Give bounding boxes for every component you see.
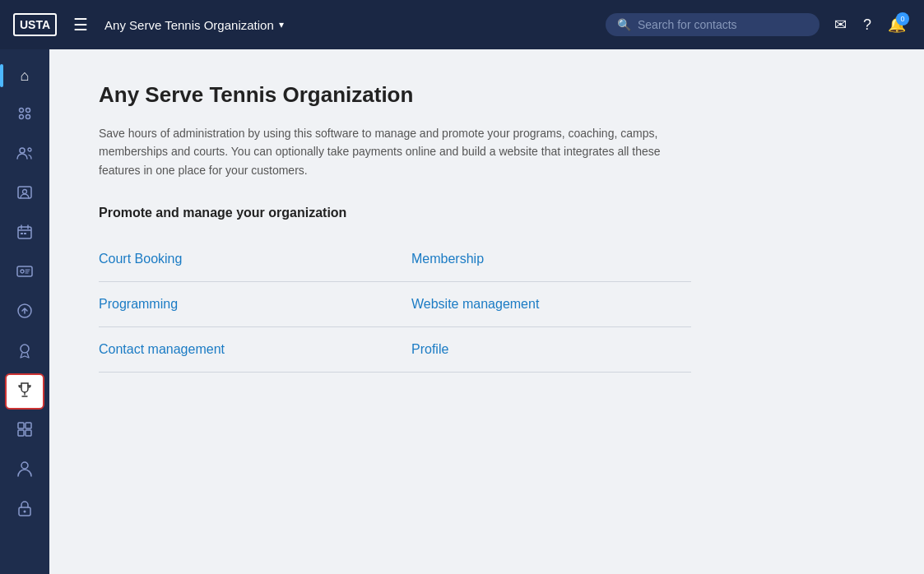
programs-icon <box>16 105 33 126</box>
upload-icon <box>16 303 33 323</box>
main-content: Any Serve Tennis Organization Save hours… <box>49 49 924 574</box>
svg-point-6 <box>23 189 27 193</box>
calendar-icon <box>16 224 33 244</box>
user-icon <box>16 460 33 482</box>
sidebar-item-home[interactable]: ⌂ <box>5 58 44 94</box>
court-booking-link[interactable]: Court Booking <box>99 252 182 266</box>
website-management-link[interactable]: Website management <box>411 297 539 311</box>
svg-rect-16 <box>18 430 24 436</box>
help-button[interactable]: ? <box>858 12 876 39</box>
mail-icon: ✉ <box>834 16 847 33</box>
svg-rect-5 <box>18 187 31 198</box>
svg-point-20 <box>24 510 26 512</box>
sidebar-item-lock[interactable] <box>5 492 44 528</box>
mail-button[interactable]: ✉ <box>829 11 852 39</box>
svg-rect-15 <box>26 423 31 428</box>
links-grid: Court Booking Membership Programming Web… <box>99 237 691 373</box>
contact-management-link[interactable]: Contact management <box>99 342 225 356</box>
award-icon <box>16 341 33 363</box>
sidebar-item-calendar[interactable] <box>5 215 44 252</box>
link-cell-court-booking: Court Booking <box>99 237 395 282</box>
svg-point-13 <box>21 345 29 353</box>
membership-link[interactable]: Membership <box>411 252 484 266</box>
sidebar-item-grid[interactable] <box>5 413 44 449</box>
programming-link[interactable]: Programming <box>99 297 178 311</box>
svg-rect-9 <box>24 233 26 234</box>
link-cell-contact-management: Contact management <box>99 327 395 373</box>
search-bar[interactable]: 🔍 <box>606 13 820 36</box>
sidebar-item-award[interactable] <box>5 334 44 370</box>
svg-rect-14 <box>18 423 24 428</box>
app-layout: ⌂ <box>0 49 924 574</box>
svg-rect-17 <box>26 430 31 436</box>
org-name-label: Any Serve Tennis Organization <box>104 18 274 32</box>
sidebar-item-id-card[interactable] <box>5 255 44 291</box>
sidebar-item-contacts[interactable] <box>5 176 44 212</box>
svg-point-1 <box>26 108 30 112</box>
contacts-icon <box>16 183 34 206</box>
grid-icon <box>16 421 33 442</box>
section-title: Promote and manage your organization <box>99 206 875 220</box>
link-cell-website-management: Website management <box>395 282 691 327</box>
org-chevron-icon: ▾ <box>279 19 284 30</box>
profile-link[interactable]: Profile <box>411 342 448 356</box>
search-icon: 🔍 <box>617 18 631 31</box>
svg-point-18 <box>21 462 28 469</box>
search-input[interactable] <box>638 18 808 31</box>
page-description: Save hours of administration by using th… <box>99 124 675 179</box>
sidebar-item-upload[interactable] <box>5 294 44 331</box>
hamburger-button[interactable]: ☰ <box>67 12 95 38</box>
id-card-icon <box>16 262 34 285</box>
top-navigation: USTA ☰ Any Serve Tennis Organization ▾ 🔍… <box>0 0 924 49</box>
link-cell-membership: Membership <box>395 237 691 282</box>
link-cell-programming: Programming <box>99 282 395 327</box>
help-icon: ? <box>863 16 871 33</box>
sidebar-item-programs[interactable] <box>5 97 44 133</box>
svg-point-11 <box>21 270 24 273</box>
svg-rect-10 <box>17 266 32 276</box>
sidebar-item-trophy[interactable] <box>5 373 44 410</box>
link-cell-profile: Profile <box>395 327 691 373</box>
svg-point-4 <box>20 148 25 153</box>
svg-point-3 <box>26 114 30 118</box>
sidebar-item-profile[interactable] <box>5 452 44 488</box>
notification-button[interactable]: 🔔 0 <box>883 11 911 39</box>
lock-icon <box>17 499 32 521</box>
svg-rect-8 <box>21 233 23 234</box>
home-icon: ⌂ <box>21 67 30 85</box>
sidebar: ⌂ <box>0 49 49 574</box>
svg-point-0 <box>20 108 24 112</box>
org-selector[interactable]: Any Serve Tennis Organization ▾ <box>104 18 284 32</box>
manage-people-icon <box>16 144 34 166</box>
page-title: Any Serve Tennis Organization <box>99 82 875 108</box>
usta-logo[interactable]: USTA <box>13 13 57 36</box>
active-indicator <box>0 64 3 87</box>
svg-point-2 <box>20 114 24 118</box>
notification-badge: 0 <box>896 12 909 25</box>
nav-icons: ✉ ? 🔔 0 <box>829 11 911 39</box>
trophy-icon <box>16 381 34 403</box>
sidebar-item-manage-people[interactable] <box>5 137 44 173</box>
